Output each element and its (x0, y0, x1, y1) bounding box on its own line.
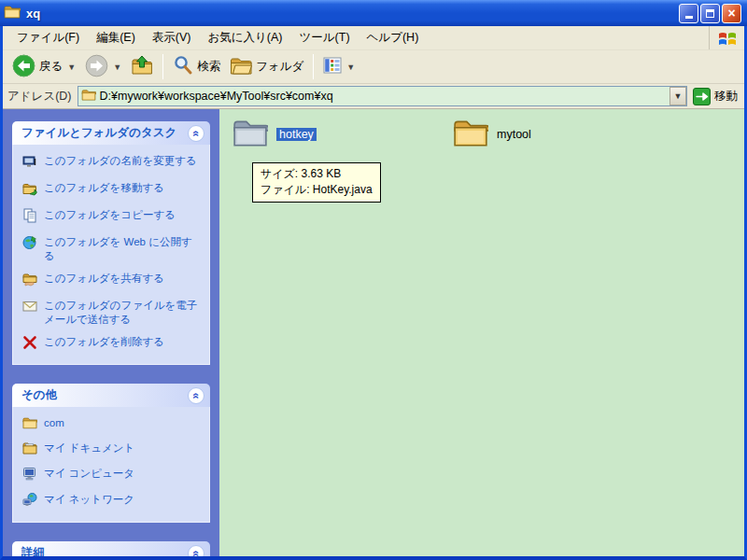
other-place-my-computer[interactable]: マイ コンピュータ (22, 467, 202, 484)
address-path[interactable]: D:¥mywork¥workspace¥MyTool¥src¥com¥xq (100, 90, 666, 103)
task-label: このフォルダを削除する (44, 335, 164, 349)
email-icon (22, 299, 37, 317)
tasks-panel-title: ファイルとフォルダのタスク (21, 125, 176, 141)
menubar: ファイル(F) 編集(E) 表示(V) お気に入り(A) ツール(T) ヘルプ(… (3, 26, 744, 50)
folders-label: フォルダ (256, 59, 303, 75)
up-folder-icon (131, 54, 153, 79)
my-documents-icon (22, 441, 37, 458)
tooltip-size-line: サイズ: 3.63 KB (261, 166, 373, 182)
close-button[interactable]: × (722, 4, 741, 23)
views-dropdown-icon[interactable]: ▼ (346, 63, 355, 72)
folder-item-hotkey[interactable]: hotkey (233, 118, 317, 151)
address-bar: アドレス(D) D:¥mywork¥workspace¥MyTool¥src¥c… (3, 84, 744, 109)
folder-icon (22, 416, 37, 433)
task-pane-sidebar: ファイルとフォルダのタスク « このフォルダの名前 (3, 109, 219, 556)
collapse-chevron-icon[interactable]: « (188, 387, 204, 404)
task-label: このフォルダを Web に公開する (44, 235, 202, 263)
details-panel-title: 詳細 (21, 545, 45, 556)
address-label: アドレス(D) (7, 89, 72, 105)
other-place-label: マイ コンピュータ (44, 467, 134, 481)
share-folder-icon (22, 272, 37, 290)
go-button[interactable]: 移動 (693, 88, 740, 105)
address-input[interactable]: D:¥mywork¥workspace¥MyTool¥src¥com¥xq ▼ (78, 86, 687, 106)
task-label: このフォルダを共有する (44, 272, 164, 286)
task-rename-folder[interactable]: このフォルダの名前を変更する (22, 154, 202, 173)
file-folder-tasks-panel: ファイルとフォルダのタスク « このフォルダの名前 (12, 121, 210, 365)
window-title: xq (26, 7, 40, 21)
task-label: このフォルダを移動する (44, 181, 164, 195)
minimize-button[interactable] (679, 4, 698, 23)
forward-dropdown-icon[interactable]: ▼ (113, 63, 121, 72)
go-label: 移動 (714, 89, 738, 105)
go-arrow-icon (693, 88, 711, 105)
folder-icon (453, 118, 488, 151)
other-place-my-network[interactable]: マイ ネットワーク (22, 493, 202, 511)
up-button[interactable] (127, 52, 157, 81)
titlebar: xq × (0, 0, 747, 26)
task-copy-folder[interactable]: このフォルダをコピーする (22, 208, 202, 227)
address-dropdown-button[interactable]: ▼ (669, 87, 686, 105)
folder-label[interactable]: mytool (497, 128, 531, 141)
windows-logo-icon (709, 26, 744, 49)
back-button[interactable]: 戻る ▼ (8, 52, 79, 82)
other-place-label: マイ ネットワーク (44, 493, 134, 507)
delete-icon (22, 335, 37, 354)
forward-icon (85, 54, 108, 80)
menu-file[interactable]: ファイル(F) (8, 26, 88, 49)
task-publish-folder-web[interactable]: このフォルダを Web に公開する (22, 235, 202, 263)
menu-edit[interactable]: 編集(E) (88, 26, 144, 49)
back-icon (12, 54, 35, 80)
menu-tools[interactable]: ツール(T) (291, 26, 359, 49)
other-panel-header[interactable]: その他 « (12, 384, 210, 407)
menu-favorites[interactable]: お気に入り(A) (199, 26, 290, 49)
search-label: 検索 (197, 59, 220, 75)
task-label: このフォルダのファイルを電子メールで送信する (44, 299, 202, 327)
details-panel-header[interactable]: 詳細 « (12, 541, 210, 556)
toolbar: 戻る ▼ ▼ (3, 50, 744, 84)
task-move-folder[interactable]: このフォルダを移動する (22, 181, 202, 200)
my-computer-icon (22, 467, 37, 484)
move-folder-icon (22, 181, 37, 200)
other-place-label: com (44, 416, 64, 430)
window-folder-icon (4, 5, 21, 22)
folder-info-tooltip: サイズ: 3.63 KB ファイル: HotKey.java (252, 162, 381, 203)
views-icon (323, 57, 342, 77)
details-panel: 詳細 « hotkey File Folder 更新日時: 2012年8月23日… (12, 541, 210, 556)
toolbar-separator (162, 54, 163, 79)
search-button[interactable]: 検索 (169, 53, 224, 80)
publish-web-icon (22, 235, 37, 254)
folders-button[interactable]: フォルダ (226, 53, 307, 80)
search-icon (173, 55, 193, 78)
folder-icon-selected (233, 118, 268, 151)
address-folder-icon (81, 89, 96, 104)
rename-icon (22, 154, 37, 173)
menu-help[interactable]: ヘルプ(H) (359, 26, 428, 49)
menu-view[interactable]: 表示(V) (144, 26, 200, 49)
task-share-folder[interactable]: このフォルダを共有する (22, 272, 202, 290)
back-label: 戻る (39, 59, 63, 75)
file-list-area[interactable]: hotkey mytool サイズ: 3.63 KB ファイル: HotKey.… (219, 109, 744, 556)
toolbar-separator (313, 54, 314, 79)
task-delete-folder[interactable]: このフォルダを削除する (22, 335, 202, 354)
folder-label[interactable]: hotkey (276, 128, 317, 141)
other-place-my-documents[interactable]: マイ ドキュメント (22, 441, 202, 458)
maximize-button[interactable] (700, 4, 720, 23)
my-network-icon (22, 493, 37, 511)
forward-button[interactable]: ▼ (81, 52, 125, 82)
other-panel-title: その他 (21, 387, 57, 403)
folder-item-mytool[interactable]: mytool (453, 118, 531, 151)
tasks-panel-header[interactable]: ファイルとフォルダのタスク « (12, 121, 210, 145)
task-email-folder-files[interactable]: このフォルダのファイルを電子メールで送信する (22, 299, 202, 327)
back-dropdown-icon[interactable]: ▼ (67, 63, 76, 72)
explorer-window: xq × ファイル(F) 編集(E) 表示(V) お気に入り(A) ツール(T)… (0, 0, 747, 560)
other-place-label: マイ ドキュメント (44, 441, 134, 455)
tooltip-file-line: ファイル: HotKey.java (261, 182, 373, 198)
collapse-chevron-icon[interactable]: « (188, 545, 204, 556)
folders-icon (230, 55, 252, 78)
copy-icon (22, 208, 37, 227)
views-button[interactable]: ▼ (319, 55, 359, 78)
collapse-chevron-icon[interactable]: « (188, 125, 204, 142)
other-places-panel: その他 « com (12, 384, 210, 523)
task-label: このフォルダの名前を変更する (44, 154, 197, 168)
other-place-com[interactable]: com (22, 416, 202, 433)
